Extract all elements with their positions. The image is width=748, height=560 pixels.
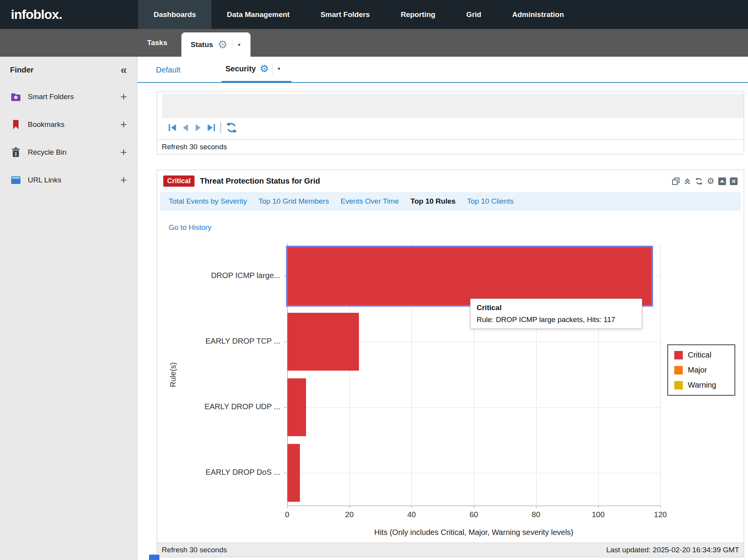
chevron-down-icon[interactable]: ▼	[277, 66, 281, 71]
legend-swatch	[674, 366, 683, 374]
add-icon[interactable]: +	[120, 91, 127, 103]
chevron-down-icon[interactable]: ▼	[237, 42, 241, 47]
tab-security[interactable]: Security ⚙ ▼	[225, 64, 281, 74]
category-label: EARLY DROP UDP ...	[157, 402, 280, 411]
legend-label: Major	[688, 366, 707, 374]
tab-status-label: Status	[191, 40, 213, 49]
y-axis-title: Rule(s)	[169, 363, 178, 387]
nav-item-data-management[interactable]: Data Management	[212, 0, 305, 29]
x-tick-label: 20	[338, 510, 361, 519]
chart-layer: 020406080100120DROP ICMP large...EARLY D…	[157, 170, 744, 543]
legend-label: Warning	[688, 381, 716, 390]
infoblox-logo: infoblox.	[0, 0, 81, 29]
x-tick-label: 120	[649, 510, 672, 519]
legend-item-warning: Warning	[674, 381, 728, 390]
collapse-sidebar-icon[interactable]: «	[120, 64, 127, 76]
axis-tick	[474, 506, 474, 508]
chart-legend: CriticalMajorWarning	[667, 344, 735, 396]
nav-item-reporting[interactable]: Reporting	[385, 0, 451, 29]
pager	[168, 121, 237, 134]
next-widget-peek	[149, 555, 159, 560]
prev-page-icon[interactable]	[182, 123, 190, 132]
widget-footer: Refresh 30 seconds Last updated: 2025-02…	[157, 543, 744, 557]
grid-panel: Refresh 30 seconds	[157, 91, 744, 154]
sidebar-item-smart-folders[interactable]: Smart Folders+	[0, 83, 137, 111]
divider	[220, 123, 221, 133]
sidebar-item-url-links[interactable]: URL Links+	[0, 166, 137, 194]
bar-early-drop-dos[interactable]	[288, 444, 300, 502]
sub-nav-bar: Tasks Status ⚙ ▼	[0, 29, 748, 57]
sidebar-item-label: URL Links	[28, 176, 61, 184]
bar-drop-icmp-large[interactable]	[288, 247, 652, 305]
gridline	[287, 473, 660, 473]
legend-item-major: Major	[674, 366, 728, 374]
nav-item-grid[interactable]: Grid	[451, 0, 497, 29]
finder-header: Finder «	[0, 57, 137, 83]
refresh-status-text: Refresh 30 seconds	[162, 546, 227, 554]
sidebar-item-label: Recycle Bin	[28, 148, 66, 157]
empty-grid-area	[162, 94, 744, 118]
x-tick-label: 40	[400, 510, 423, 519]
refresh-status-text: Refresh 30 seconds	[157, 139, 744, 154]
url-links-icon	[10, 176, 22, 184]
smart-folders-icon	[10, 92, 22, 101]
category-label: DROP ICMP large...	[157, 271, 280, 280]
add-icon[interactable]: +	[120, 174, 127, 186]
nav-item-administration[interactable]: Administration	[497, 0, 579, 29]
category-label: EARLY DROP TCP ...	[157, 337, 280, 346]
axis-tick	[411, 506, 412, 508]
x-tick-label: 80	[525, 510, 548, 519]
legend-label: Critical	[688, 351, 711, 359]
nav-item-smart-folders[interactable]: Smart Folders	[305, 0, 385, 29]
add-icon[interactable]: +	[120, 147, 127, 158]
first-page-icon[interactable]	[168, 123, 177, 132]
finder-list: Smart Folders+Bookmarks+Recycle Bin+URL …	[0, 83, 137, 194]
x-tick-label: 60	[462, 510, 486, 519]
axis-tick	[284, 276, 287, 277]
gridline	[660, 243, 661, 506]
threat-protection-widget: Critical Threat Protection Status for Gr…	[157, 170, 744, 557]
tab-tasks[interactable]: Tasks	[147, 29, 167, 57]
divider	[232, 40, 232, 50]
gear-icon[interactable]: ⚙	[260, 64, 269, 74]
last-page-icon[interactable]	[206, 123, 216, 132]
main-content: Default Security ⚙ ▼	[137, 57, 748, 560]
main-nav: DashboardsData ManagementSmart FoldersRe…	[138, 0, 579, 29]
add-icon[interactable]: +	[120, 119, 127, 130]
axis-tick	[284, 342, 287, 342]
finder-title: Finder	[10, 66, 34, 74]
sidebar-item-label: Bookmarks	[28, 120, 64, 129]
legend-item-critical: Critical	[674, 351, 728, 359]
category-label: EARLY DROP DoS ...	[157, 468, 280, 477]
gear-icon[interactable]: ⚙	[218, 39, 227, 50]
nav-item-dashboards[interactable]: Dashboards	[138, 0, 212, 29]
axis-tick	[349, 506, 350, 508]
axis-tick	[284, 473, 287, 473]
x-axis-line	[287, 506, 660, 506]
next-page-icon[interactable]	[194, 123, 202, 132]
chart-tooltip: Critical Rule: DROP ICMP large packets, …	[470, 299, 642, 329]
axis-tick	[536, 506, 536, 508]
sidebar-item-recycle-bin[interactable]: Recycle Bin+	[0, 138, 137, 166]
x-axis-title: Hits (Only includes Critical, Major, War…	[287, 528, 660, 537]
legend-swatch	[674, 351, 683, 359]
bookmarks-icon	[10, 120, 22, 130]
bar-early-drop-udp[interactable]	[288, 378, 306, 436]
sidebar-item-label: Smart Folders	[28, 93, 74, 101]
tab-default[interactable]: Default	[156, 66, 180, 74]
axis-tick	[598, 506, 599, 508]
x-tick-label: 0	[276, 510, 299, 519]
gridline	[287, 407, 660, 408]
refresh-icon[interactable]	[226, 122, 237, 133]
active-tab-underline	[222, 81, 291, 83]
last-updated-text: Last updated: 2025-02-20 16:34:39 GMT	[606, 546, 739, 554]
axis-tick	[660, 506, 661, 508]
finder-sidebar: Finder « Smart Folders+Bookmarks+Recycle…	[0, 57, 137, 560]
legend-swatch	[674, 381, 683, 390]
x-tick-label: 100	[587, 510, 610, 519]
bar-early-drop-tcp[interactable]	[288, 313, 359, 371]
sidebar-item-bookmarks[interactable]: Bookmarks+	[0, 111, 137, 138]
tooltip-body: Rule: DROP ICMP large packets, Hits: 117	[477, 315, 636, 324]
tab-status[interactable]: Status ⚙ ▼	[181, 32, 250, 57]
tab-security-label: Security	[225, 64, 256, 73]
